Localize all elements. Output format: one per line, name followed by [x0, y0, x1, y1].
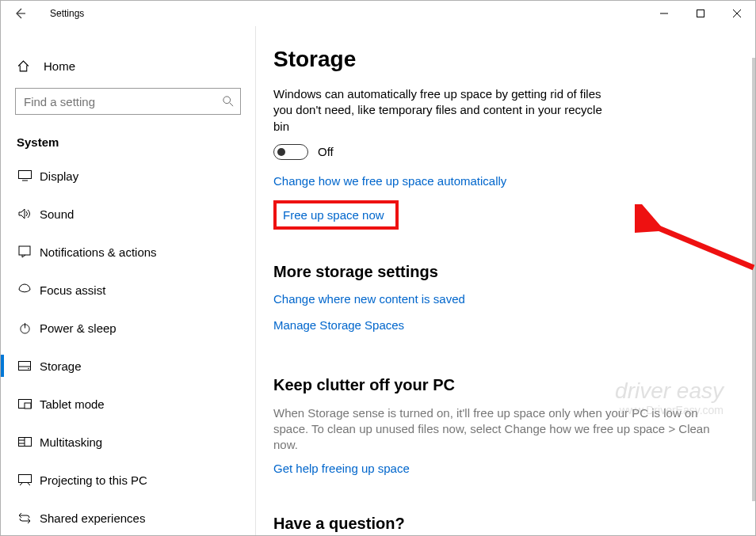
- sidebar-item-multitasking[interactable]: Multitasking: [1, 423, 255, 461]
- sidebar-item-label: Focus assist: [40, 283, 105, 297]
- sidebar-item-storage[interactable]: Storage: [1, 347, 255, 385]
- sidebar-item-focus-assist[interactable]: Focus assist: [1, 271, 255, 309]
- sidebar-item-label: Projecting to this PC: [40, 473, 147, 487]
- svg-rect-3: [19, 246, 30, 255]
- sidebar-item-label: Storage: [40, 359, 82, 373]
- clutter-heading: Keep clutter off your PC: [273, 376, 727, 394]
- back-arrow-icon: [13, 7, 26, 20]
- link-free-up-now[interactable]: Free up space now: [283, 208, 384, 222]
- svg-rect-8: [25, 403, 31, 409]
- power-icon: [17, 322, 32, 334]
- window-title: Settings: [50, 8, 84, 19]
- storage-icon: [17, 361, 32, 371]
- multitasking-icon: [17, 437, 32, 447]
- sidebar-item-label: Shared experiences: [40, 511, 145, 525]
- sidebar-item-label: Power & sleep: [40, 321, 116, 335]
- sidebar-item-power-sleep[interactable]: Power & sleep: [1, 309, 255, 347]
- toggle-knob: [277, 148, 285, 156]
- svg-rect-10: [18, 474, 31, 482]
- svg-rect-0: [697, 10, 704, 17]
- section-label: System: [1, 124, 255, 157]
- search-icon: [223, 96, 234, 107]
- page-title: Storage: [273, 47, 727, 72]
- minimize-button[interactable]: [646, 1, 682, 26]
- svg-point-1: [223, 97, 231, 104]
- display-icon: [17, 170, 32, 181]
- sidebar-item-projecting[interactable]: Projecting to this PC: [1, 461, 255, 499]
- sidebar-item-home[interactable]: Home: [1, 50, 255, 82]
- sidebar-item-label: Multitasking: [40, 435, 102, 449]
- back-button[interactable]: [1, 1, 39, 26]
- home-icon: [17, 59, 30, 73]
- maximize-button[interactable]: [682, 1, 719, 26]
- sidebar: Home System Display Sound Notifications …: [1, 26, 256, 535]
- content-area: Storage Windows can automatically free u…: [256, 26, 755, 535]
- link-manage-storage-spaces[interactable]: Manage Storage Spaces: [273, 318, 404, 332]
- sound-icon: [17, 208, 32, 219]
- focus-assist-icon: [17, 283, 32, 296]
- close-icon: [733, 10, 741, 17]
- search-field[interactable]: [16, 95, 240, 108]
- sidebar-item-label: Display: [40, 169, 78, 183]
- more-storage-heading: More storage settings: [273, 263, 727, 281]
- clutter-description: When Storage sense is turned on, it'll f…: [273, 405, 727, 454]
- sidebar-item-display[interactable]: Display: [1, 157, 255, 195]
- titlebar: Settings: [1, 1, 755, 26]
- sidebar-item-shared-experiences[interactable]: Shared experiences: [1, 499, 255, 536]
- close-button[interactable]: [719, 1, 755, 26]
- scrollbar[interactable]: [752, 58, 755, 501]
- link-change-where-saved[interactable]: Change where new content is saved: [273, 292, 465, 306]
- toggle-state-label: Off: [318, 145, 334, 158]
- tablet-icon: [17, 399, 32, 409]
- window-controls: [646, 1, 755, 26]
- home-label: Home: [44, 59, 75, 73]
- svg-rect-2: [18, 171, 31, 179]
- sidebar-item-sound[interactable]: Sound: [1, 195, 255, 233]
- search-input[interactable]: [15, 88, 241, 115]
- sidebar-item-label: Notifications & actions: [40, 245, 157, 259]
- sidebar-item-label: Sound: [40, 207, 74, 221]
- svg-point-6: [28, 367, 29, 369]
- storage-description: Windows can automatically free up space …: [273, 86, 614, 135]
- sidebar-item-notifications[interactable]: Notifications & actions: [1, 233, 255, 271]
- maximize-icon: [697, 10, 704, 17]
- storage-sense-toggle[interactable]: [273, 144, 308, 160]
- highlight-annotation: Free up space now: [273, 200, 399, 230]
- svg-line-11: [655, 226, 754, 268]
- sidebar-item-label: Tablet mode: [40, 397, 105, 411]
- notifications-icon: [17, 245, 32, 258]
- link-change-auto[interactable]: Change how we free up space automaticall…: [273, 174, 506, 188]
- projecting-icon: [17, 474, 32, 486]
- question-heading: Have a question?: [273, 515, 727, 533]
- shared-icon: [17, 512, 32, 524]
- minimize-icon: [660, 10, 668, 17]
- link-help-freeing[interactable]: Get help freeing up space: [273, 462, 410, 475]
- sidebar-item-tablet-mode[interactable]: Tablet mode: [1, 385, 255, 423]
